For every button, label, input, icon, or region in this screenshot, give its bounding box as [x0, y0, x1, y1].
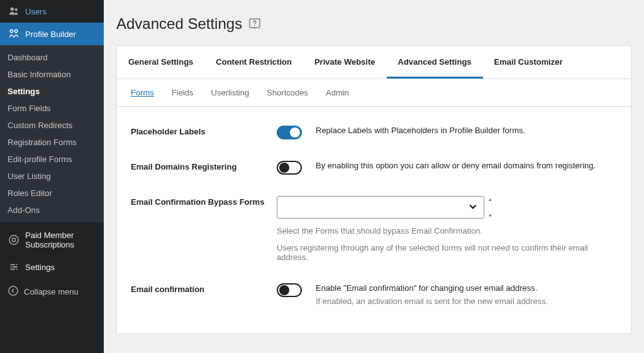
setting-email-bypass: Email Confirmation Bypass Forms ▴▾ Selec… [131, 196, 617, 262]
email-bypass-select[interactable] [277, 196, 484, 219]
tab-private-website[interactable]: Private Website [303, 46, 387, 79]
setting-email-confirmation: Email confirmation Enable "Email confirm… [131, 283, 617, 306]
setting-help: Users registering through any of the sel… [277, 243, 617, 262]
collapse-menu[interactable]: Collapse menu [0, 279, 104, 305]
sidebar-item-settings[interactable]: Settings [0, 255, 104, 279]
subtab-shortcodes[interactable]: Shortcodes [267, 88, 308, 97]
pms-icon [8, 234, 20, 246]
sidebar-sub-user-listing[interactable]: User Listing [0, 168, 104, 185]
page-header: Advanced Settings [116, 0, 631, 45]
sidebar-sub-basic-info[interactable]: Basic Information [0, 66, 104, 83]
users-icon [8, 5, 20, 18]
sidebar-item-users[interactable]: Users [0, 0, 104, 23]
subtab-forms[interactable]: Forms [131, 88, 154, 97]
svg-point-1 [14, 8, 17, 11]
svg-point-3 [14, 30, 17, 32]
primary-tabs: General Settings Content Restriction Pri… [117, 46, 631, 79]
chevron-down-icon [469, 202, 477, 213]
setting-label: Placeholder Labels [131, 126, 277, 136]
secondary-tabs: Forms Fields Userlisting Shortcodes Admi… [117, 79, 631, 107]
settings-body: Placeholder Labels Replace Labels with P… [117, 107, 631, 334]
sidebar-item-label: Settings [25, 263, 55, 272]
sidebar-item-profile-builder[interactable]: Profile Builder [0, 23, 104, 45]
sidebar-sub-registration-forms[interactable]: Registration Forms [0, 134, 104, 151]
svg-point-0 [11, 8, 14, 11]
page-title: Advanced Settings [116, 15, 242, 33]
setting-label: Email confirmation [131, 283, 277, 294]
placeholder-labels-toggle[interactable] [277, 126, 302, 139]
settings-card: General Settings Content Restriction Pri… [116, 45, 631, 334]
sidebar-item-paid-member[interactable]: Paid Member Subscriptions [0, 225, 104, 255]
subtab-fields[interactable]: Fields [172, 88, 194, 97]
sidebar-lower: Paid Member Subscriptions Settings [0, 225, 104, 279]
setting-desc: Enable "Email confirmation" for changing… [316, 283, 617, 293]
sidebar-item-label: Profile Builder [25, 30, 76, 39]
setting-label: Email Confirmation Bypass Forms [131, 196, 277, 207]
sidebar-sub-dashboard[interactable]: Dashboard [0, 49, 104, 66]
sidebar-sub-edit-profile-forms[interactable]: Edit-profile Forms [0, 151, 104, 168]
sidebar-sub-roles-editor[interactable]: Roles Editor [0, 185, 104, 202]
tab-general-settings[interactable]: General Settings [117, 46, 204, 79]
sidebar-sub-add-ons[interactable]: Add-Ons [0, 202, 104, 219]
setting-desc: Replace Labels with Placeholders in Prof… [316, 126, 525, 135]
settings-icon [8, 261, 20, 273]
main-content: Advanced Settings General Settings Conte… [104, 0, 644, 353]
setting-placeholder-labels: Placeholder Labels Replace Labels with P… [131, 126, 617, 139]
svg-point-2 [10, 30, 13, 32]
tab-email-customizer[interactable]: Email Customizer [483, 46, 574, 79]
setting-help: Select the Forms that should bypass Emai… [277, 226, 617, 236]
setting-label: Email Domains Registering [131, 161, 277, 171]
sidebar-item-label: Paid Member Subscriptions [25, 231, 96, 249]
sidebar-sub-settings[interactable]: Settings [0, 83, 104, 100]
tab-advanced-settings[interactable]: Advanced Settings [387, 46, 483, 79]
email-confirmation-toggle[interactable] [277, 283, 302, 297]
email-domains-toggle[interactable] [277, 161, 302, 175]
tab-content-restriction[interactable]: Content Restriction [204, 46, 303, 79]
collapse-icon [8, 285, 19, 298]
select-scrollbar[interactable]: ▴▾ [486, 196, 494, 219]
subtab-userlisting[interactable]: Userlisting [211, 88, 250, 97]
sidebar-sub-form-fields[interactable]: Form Fields [0, 100, 104, 117]
setting-help: If enabled, an activation email is sent … [316, 296, 617, 306]
setting-desc: By enabling this option you can allow or… [316, 161, 596, 170]
svg-point-4 [9, 236, 18, 244]
svg-point-5 [9, 286, 18, 295]
admin-sidebar: Users Profile Builder Dashboard Basic In… [0, 0, 104, 353]
sidebar-sub-custom-redirects[interactable]: Custom Redirects [0, 117, 104, 134]
help-icon[interactable] [248, 18, 261, 30]
subtab-admin[interactable]: Admin [326, 88, 349, 97]
setting-email-domains: Email Domains Registering By enabling th… [131, 161, 617, 175]
collapse-label: Collapse menu [24, 287, 79, 296]
pb-icon [8, 28, 20, 40]
sidebar-submenu: Dashboard Basic Information Settings For… [0, 45, 104, 222]
sidebar-item-label: Users [25, 7, 47, 16]
